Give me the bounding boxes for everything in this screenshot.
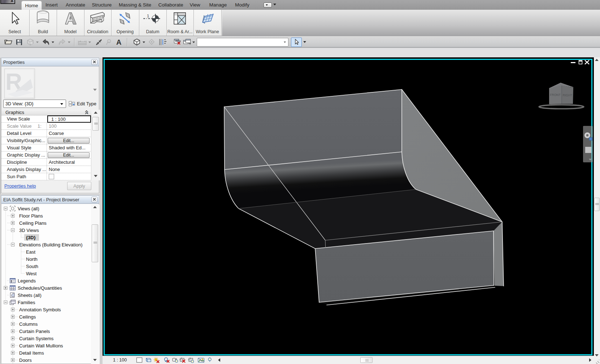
- svg-text:Schedules/Quantities: Schedules/Quantities: [18, 285, 62, 291]
- svg-text:West: West: [26, 271, 37, 276]
- svg-text:North: North: [26, 256, 38, 262]
- svg-text:South: South: [26, 264, 38, 269]
- svg-text:Ceilings: Ceilings: [19, 314, 36, 320]
- svg-text:{3D}: {3D}: [26, 235, 36, 240]
- svg-text:A: A: [116, 38, 121, 46]
- svg-text:Curtain Systems: Curtain Systems: [19, 336, 54, 341]
- svg-text:Annotation Symbols: Annotation Symbols: [19, 307, 61, 312]
- svg-text:Elevations (Building Elevation: Elevations (Building Elevation): [19, 242, 83, 247]
- svg-text:3D Views: 3D Views: [19, 228, 39, 233]
- svg-text:Families: Families: [18, 300, 35, 305]
- svg-text:1: 1: [147, 14, 149, 18]
- svg-text:RIGHT: RIGHT: [563, 93, 572, 97]
- svg-text:Curtain Panels: Curtain Panels: [19, 329, 50, 334]
- svg-text:Views (all): Views (all): [18, 206, 39, 211]
- svg-text:Sheets (all): Sheets (all): [18, 293, 42, 298]
- svg-text:Doors: Doors: [19, 358, 32, 363]
- svg-text:Detail Items: Detail Items: [19, 350, 44, 356]
- svg-text:Legends: Legends: [18, 278, 36, 284]
- svg-text:Curtain Wall Mullions: Curtain Wall Mullions: [19, 343, 63, 348]
- svg-text:East: East: [26, 249, 35, 255]
- svg-text:Floor Plans: Floor Plans: [19, 213, 43, 219]
- svg-text:Ceiling Plans: Ceiling Plans: [19, 220, 47, 226]
- svg-text:Columns: Columns: [19, 321, 38, 327]
- svg-text:1: 1: [108, 40, 110, 43]
- svg-text:FRONT: FRONT: [550, 93, 560, 97]
